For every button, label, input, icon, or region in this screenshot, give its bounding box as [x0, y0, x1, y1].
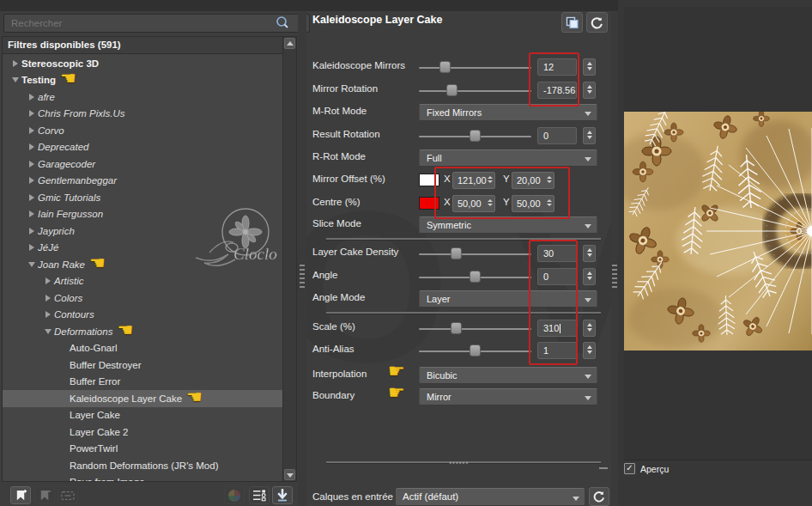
slider-handle[interactable]: [470, 130, 481, 142]
tree-item-kaleidoscope-layer-cake[interactable]: Kaleidoscope Layer Cake☚: [3, 390, 283, 407]
right-splitter[interactable]: [611, 11, 618, 506]
tree-item-random-deformations-jr-s-mod[interactable]: Random Deformations (JR's Mod): [3, 457, 283, 474]
tree-item-colors[interactable]: Colors: [3, 290, 283, 307]
spinner-buttons[interactable]: [583, 245, 596, 262]
chevron-right-icon[interactable]: [26, 228, 38, 235]
tree-item-artistic[interactable]: Artistic: [3, 273, 283, 290]
slider-handle[interactable]: [439, 61, 451, 73]
spinner-buttons[interactable]: [583, 268, 596, 285]
chevron-right-icon[interactable]: [42, 311, 54, 318]
tree-item-garagecoder[interactable]: Garagecoder: [3, 155, 283, 173]
tree-item-deformations[interactable]: Deformations☚: [3, 323, 283, 340]
view-options-button[interactable]: [249, 486, 270, 504]
chevron-right-icon[interactable]: [26, 143, 38, 150]
refresh-layers-button[interactable]: [589, 487, 609, 506]
slider-track[interactable]: [419, 67, 531, 69]
rename-bookmark-button[interactable]: [58, 486, 78, 504]
input-layers-dropdown[interactable]: Actif (défaut): [396, 488, 585, 506]
tree-item-joan-rake[interactable]: Joan Rake☚: [3, 256, 283, 273]
tree-item-powertwirl[interactable]: PowerTwirl: [3, 441, 283, 458]
dropdown-angle-mode[interactable]: Layer: [419, 290, 597, 308]
slider-handle[interactable]: [470, 344, 481, 357]
tree-item-gentlemanbeggar[interactable]: Gentlemanbeggar: [3, 173, 283, 190]
reset-button[interactable]: [586, 12, 608, 33]
value-field[interactable]: 1: [537, 342, 577, 359]
value-field[interactable]: -178.56: [537, 82, 577, 99]
spinner-buttons[interactable]: [485, 195, 494, 212]
tree-item-gmic-tutorials[interactable]: Gmic Tutorials: [3, 189, 283, 206]
preview-area[interactable]: [624, 7, 812, 460]
chevron-down-icon[interactable]: [26, 262, 38, 267]
tree-item-layer-cake-2[interactable]: Layer Cake 2: [3, 424, 283, 441]
chevron-right-icon[interactable]: [26, 94, 38, 101]
remove-bookmark-button[interactable]: [34, 486, 55, 504]
tree-item-contours[interactable]: Contours: [3, 307, 283, 324]
dropdown-boundary[interactable]: Mirror: [419, 388, 597, 405]
chevron-down-icon[interactable]: [42, 329, 54, 334]
value-field[interactable]: 310: [537, 320, 577, 337]
dropdown-slice-mode[interactable]: Symmetric: [419, 216, 597, 234]
value-field[interactable]: 12: [537, 58, 577, 76]
tree-item-chris-from-pixls-us[interactable]: Chris From Pixls.Us: [3, 106, 283, 123]
spinner-buttons[interactable]: [544, 172, 554, 189]
chevron-right-icon[interactable]: [42, 277, 54, 284]
chevron-right-icon[interactable]: [26, 210, 38, 217]
chevron-right-icon[interactable]: [26, 177, 38, 184]
preview-splitter-handle[interactable]: [599, 467, 608, 469]
spinner-buttons[interactable]: [583, 82, 596, 99]
tree-item-deprecated[interactable]: Deprecated: [3, 139, 283, 156]
color-swatch[interactable]: [419, 197, 439, 210]
tree-item-auto-gnarl[interactable]: Auto-Gnarl: [3, 340, 283, 357]
tree-item-layer-cake[interactable]: Layer Cake: [3, 407, 283, 424]
dropdown-r-rot-mode[interactable]: Full: [419, 149, 597, 167]
spinner-buttons[interactable]: [583, 342, 596, 359]
scroll-up-button[interactable]: [284, 38, 295, 49]
tree-item-testing[interactable]: Testing☚: [3, 72, 283, 89]
tree-item-corvo[interactable]: Corvo: [3, 122, 283, 139]
search-icon[interactable]: [275, 15, 290, 31]
kaleidoscope-preview-image[interactable]: [624, 112, 812, 351]
add-bookmark-button[interactable]: [10, 486, 31, 504]
left-splitter[interactable]: [298, 11, 306, 506]
chevron-right-icon[interactable]: [26, 161, 38, 168]
spinner-buttons[interactable]: [583, 127, 596, 144]
chevron-right-icon[interactable]: [26, 127, 38, 134]
color-swatch[interactable]: [419, 174, 439, 186]
dropdown-interpolation[interactable]: Bicubic: [419, 367, 597, 384]
tree-item-buffer-destroyer[interactable]: Buffer Destroyer: [3, 357, 283, 374]
download-filters-button[interactable]: [272, 486, 293, 504]
tree-scrollbar[interactable]: [282, 37, 296, 481]
slider-track[interactable]: [419, 90, 531, 92]
slider-handle[interactable]: [451, 322, 462, 334]
tree-item-j-j[interactable]: JéJé: [3, 240, 283, 257]
spinner-buttons[interactable]: [583, 58, 596, 76]
search-input[interactable]: [3, 14, 310, 33]
tree-item-rays-from-image[interactable]: Rays from Image: [3, 474, 283, 482]
tree-item-afre[interactable]: afre: [3, 88, 283, 106]
value-field[interactable]: 0: [537, 127, 577, 144]
slider-handle[interactable]: [470, 271, 481, 283]
slider-track[interactable]: [419, 253, 531, 255]
tree-item-stereoscopic-3d[interactable]: Stereoscopic 3D: [3, 55, 283, 72]
panel-drag-handle[interactable]: ▪▪▪▪▪▪: [449, 459, 469, 466]
spinner-buttons[interactable]: [544, 195, 554, 212]
tree-item-iain-fergusson[interactable]: Iain Fergusson: [3, 206, 283, 223]
chevron-down-icon[interactable]: [9, 77, 21, 82]
chevron-right-icon[interactable]: [9, 60, 21, 67]
scroll-down-button[interactable]: [284, 469, 295, 480]
color-wheel-button[interactable]: [224, 486, 245, 504]
value-field[interactable]: 0: [537, 268, 577, 285]
tree-item-buffer-error[interactable]: Buffer Error: [3, 374, 283, 391]
slider-track[interactable]: [419, 328, 531, 330]
dropdown-m-rot-mode[interactable]: Fixed Mirrors: [419, 104, 597, 121]
chevron-right-icon[interactable]: [42, 295, 54, 302]
chevron-right-icon[interactable]: [26, 110, 38, 117]
spinner-buttons[interactable]: [583, 320, 596, 337]
spinner-buttons[interactable]: [485, 172, 494, 189]
chevron-right-icon[interactable]: [26, 194, 38, 201]
preview-checkbox[interactable]: ✓: [624, 463, 635, 474]
value-field[interactable]: 30: [537, 245, 577, 262]
slider-handle[interactable]: [451, 247, 462, 259]
slider-handle[interactable]: [446, 84, 458, 96]
duplicate-button[interactable]: [561, 12, 583, 33]
